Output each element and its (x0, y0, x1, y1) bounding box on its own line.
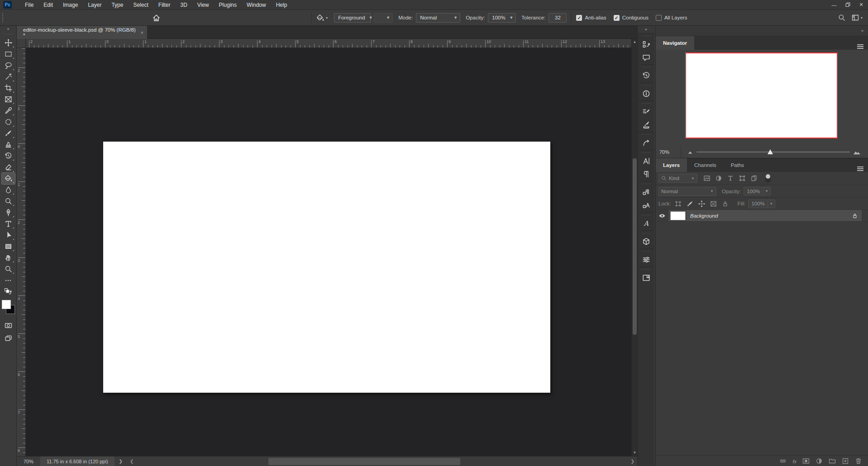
rectangle-tool[interactable] (2, 241, 15, 252)
filter-shape-layers-button[interactable] (739, 175, 746, 182)
zoom-slider-track[interactable] (696, 152, 850, 152)
color-swatches[interactable] (1, 300, 15, 315)
panel-button-character[interactable] (639, 155, 653, 167)
document-tab[interactable]: editor-mockup-sleeve-black.psd @ 70% (RG… (17, 26, 147, 39)
panel-button-paragraph-styles[interactable] (639, 186, 653, 199)
link-layers-button[interactable] (779, 457, 787, 465)
filter-kind-select[interactable]: Kind ▼ (658, 174, 697, 183)
zoom-tool[interactable] (2, 263, 15, 275)
fill-source-select[interactable]: Foreground▼ (334, 13, 371, 23)
lock-transparency-button[interactable] (675, 200, 682, 207)
pen-tool[interactable] (2, 207, 15, 218)
panel-button-glyphs[interactable] (639, 217, 653, 230)
layer-filtering-toggle[interactable] (765, 174, 771, 183)
home-button[interactable] (150, 12, 163, 24)
path-selection-tool[interactable] (2, 229, 15, 241)
new-layer-button[interactable] (842, 457, 849, 465)
panel-button-actions[interactable] (639, 38, 653, 51)
menu-file[interactable]: File (20, 0, 38, 10)
layer-group-button[interactable] (829, 457, 836, 465)
status-menu-arrow-icon[interactable]: ❯ (119, 459, 123, 464)
panel-button-3d[interactable] (639, 235, 653, 248)
layers-opacity-field[interactable]: 100% (744, 187, 763, 195)
layer-thumbnail[interactable] (670, 211, 686, 220)
tab-paths[interactable]: Paths (724, 158, 751, 172)
blend-mode-select[interactable]: Normal ▼ (658, 187, 716, 196)
checkbox-anti-alias[interactable]: ✓Anti-alias (576, 15, 606, 21)
workspace-switcher[interactable]: ▾ (852, 14, 863, 21)
hand-tool[interactable] (2, 252, 15, 263)
delete-layer-button[interactable] (855, 457, 862, 465)
lock-position-button[interactable] (698, 200, 705, 207)
lock-all-button[interactable] (722, 200, 729, 207)
move-tool[interactable] (2, 37, 15, 48)
panel-button-properties[interactable] (639, 253, 653, 266)
lock-artboard-button[interactable] (710, 200, 717, 207)
menu-select[interactable]: Select (128, 0, 153, 10)
panel-menu-icon[interactable] (857, 43, 863, 50)
vertical-scrollbar[interactable]: ▲ ▼ (631, 39, 637, 456)
layer-row[interactable]: Background (656, 210, 868, 222)
filter-pixel-layers-button[interactable] (703, 175, 711, 182)
panel-button-info[interactable] (639, 87, 653, 100)
panel-button-history[interactable] (639, 69, 653, 82)
panel-button-paragraph[interactable] (639, 168, 653, 181)
navigator-zoom-field[interactable]: 70% (656, 146, 681, 158)
layer-effects-button[interactable]: fx (792, 457, 796, 465)
navigator-proxy-view[interactable] (685, 52, 838, 138)
history-brush-tool[interactable] (2, 150, 15, 162)
adjustment-layer-button[interactable] (816, 457, 823, 465)
screen-mode-button[interactable] (2, 333, 15, 344)
blur-tool[interactable] (2, 184, 15, 195)
document-canvas[interactable] (103, 142, 550, 393)
tab-layers[interactable]: Layers (656, 158, 687, 172)
mode-select[interactable]: Normal▼ (416, 13, 460, 23)
minimize-button[interactable]: — (827, 0, 841, 10)
type-tool[interactable] (2, 218, 15, 229)
status-zoom-field[interactable]: 70% (17, 459, 40, 464)
spot-healing-brush-tool[interactable] (2, 116, 15, 128)
menu-view[interactable]: View (192, 0, 214, 10)
restore-button[interactable] (841, 0, 854, 10)
scroll-left-icon[interactable]: ❮ (127, 459, 136, 464)
panel-button-libraries[interactable] (639, 271, 653, 284)
opacity-select[interactable]: 100%▼ (488, 13, 516, 23)
menu-type[interactable]: Type (106, 0, 128, 10)
eraser-tool[interactable] (2, 162, 15, 173)
filter-type-layers-button[interactable] (727, 175, 734, 182)
layer-visibility-toggle[interactable] (656, 210, 668, 221)
layers-fill-field[interactable]: 100% (748, 200, 768, 208)
panel-button-shapes[interactable] (639, 137, 653, 149)
close-button[interactable]: ✕ (854, 0, 868, 10)
lock-pixels-button[interactable] (687, 200, 693, 207)
dodge-tool[interactable] (2, 195, 15, 207)
rectangular-marquee-tool[interactable] (2, 48, 15, 60)
expand-dock-button[interactable]: » (861, 29, 863, 33)
menu-image[interactable]: Image (58, 0, 83, 10)
clone-stamp-tool[interactable] (2, 139, 15, 150)
filter-adjustment-layers-button[interactable] (715, 175, 722, 182)
checkbox-all-layers[interactable]: All Layers (656, 15, 687, 21)
zoom-in-icon[interactable] (853, 148, 861, 156)
menu-3d[interactable]: 3D (175, 0, 192, 10)
scroll-right-icon[interactable]: ❯ (628, 459, 637, 464)
lasso-tool[interactable] (2, 60, 15, 71)
chevron-down-icon[interactable]: ▼ (763, 187, 771, 195)
menu-help[interactable]: Help (271, 0, 292, 10)
close-tab-icon[interactable]: × (141, 30, 143, 35)
panel-menu-icon[interactable] (857, 166, 863, 172)
brush-tool[interactable] (2, 128, 15, 139)
menu-plugins[interactable]: Plugins (214, 0, 242, 10)
crop-tool[interactable] (2, 82, 15, 94)
panel-button-character-styles[interactable] (639, 199, 653, 212)
vertical-scroll-thumb[interactable] (633, 158, 637, 335)
panel-button-brush-settings[interactable] (639, 105, 653, 118)
quick-mask-button[interactable] (2, 320, 15, 331)
magic-wand-tool[interactable] (2, 71, 15, 82)
panel-button-brushes[interactable] (639, 119, 653, 131)
layer-mask-button[interactable] (802, 457, 810, 465)
tab-channels[interactable]: Channels (687, 158, 724, 172)
paint-bucket-tool[interactable] (2, 173, 15, 184)
zoom-out-icon[interactable] (687, 149, 694, 156)
search-icon[interactable] (838, 14, 845, 21)
